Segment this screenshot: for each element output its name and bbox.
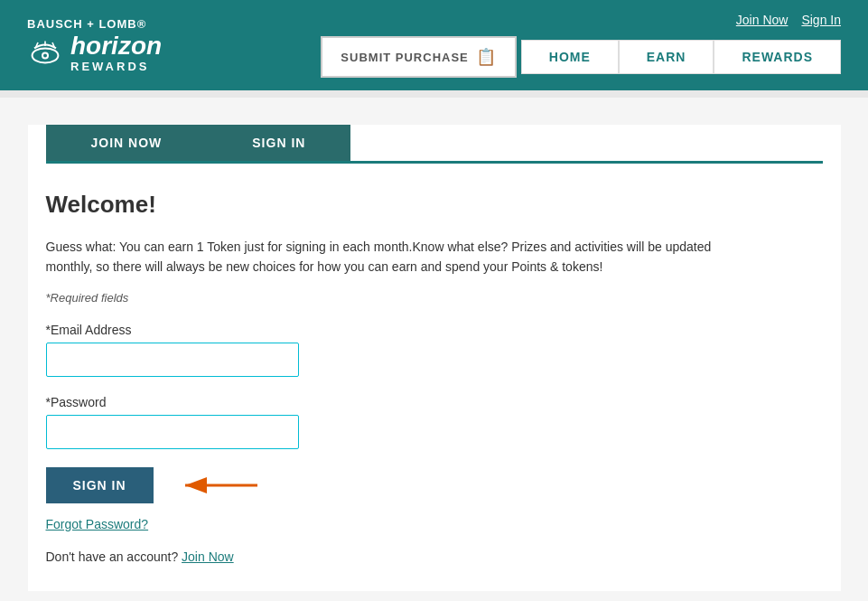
join-now-header-link[interactable]: Join Now xyxy=(736,13,789,27)
content-area: JOIN NOW SIGN IN Welcome! Guess what: Yo… xyxy=(28,125,841,591)
tabs-container: JOIN NOW SIGN IN xyxy=(46,125,823,164)
join-now-inline-link[interactable]: Join Now xyxy=(182,549,234,564)
header-divider xyxy=(0,90,868,98)
email-field-group: *Email Address xyxy=(46,323,823,377)
brand-rewards: REWARDS xyxy=(70,61,162,73)
logo-bottom: horizon REWARDS xyxy=(27,33,162,73)
signin-button[interactable]: SIGN IN xyxy=(46,467,154,503)
required-note: *Required fields xyxy=(46,291,823,305)
nav-earn[interactable]: EARN xyxy=(619,40,714,74)
nav-rewards[interactable]: REWARDS xyxy=(714,40,841,74)
main-nav: HOME EARN REWARDS xyxy=(521,40,841,74)
no-account-text: Don't have an account? Join Now xyxy=(46,549,823,564)
tab-join-now[interactable]: JOIN NOW xyxy=(46,125,208,161)
logo: BAUSCH + LOMB® horizon REWARDS xyxy=(27,17,162,73)
password-label: *Password xyxy=(46,395,823,409)
email-input[interactable] xyxy=(46,343,299,377)
top-links: Join Now Sign In xyxy=(736,13,841,27)
brand-horizon: horizon xyxy=(70,33,162,61)
logo-words: horizon REWARDS xyxy=(70,33,162,73)
welcome-description: Guess what: You can earn 1 Token just fo… xyxy=(46,237,733,277)
submit-purchase-label: SUBMIT PURCHASE xyxy=(341,51,468,64)
tab-sign-in[interactable]: SIGN IN xyxy=(207,125,350,161)
welcome-title: Welcome! xyxy=(46,191,823,219)
arrow-indicator xyxy=(176,474,266,496)
submit-purchase-button[interactable]: SUBMIT PURCHASE 📋 xyxy=(321,36,516,78)
svg-point-2 xyxy=(43,53,47,57)
brand-name-top: BAUSCH + LOMB® xyxy=(27,17,162,31)
form-area: Welcome! Guess what: You can earn 1 Toke… xyxy=(46,164,823,591)
eye-icon xyxy=(27,35,63,71)
nav-home[interactable]: HOME xyxy=(521,40,619,74)
header: BAUSCH + LOMB® horizon REWARDS Join Now … xyxy=(0,0,868,90)
sign-in-header-link[interactable]: Sign In xyxy=(801,13,841,27)
signin-row: SIGN IN xyxy=(46,467,823,503)
email-label: *Email Address xyxy=(46,323,823,337)
password-field-group: *Password xyxy=(46,395,823,449)
forgot-password-link[interactable]: Forgot Password? xyxy=(46,517,823,531)
header-right: Join Now Sign In SUBMIT PURCHASE 📋 HOME … xyxy=(321,13,841,78)
password-input[interactable] xyxy=(46,415,299,449)
receipt-icon: 📋 xyxy=(476,47,497,67)
